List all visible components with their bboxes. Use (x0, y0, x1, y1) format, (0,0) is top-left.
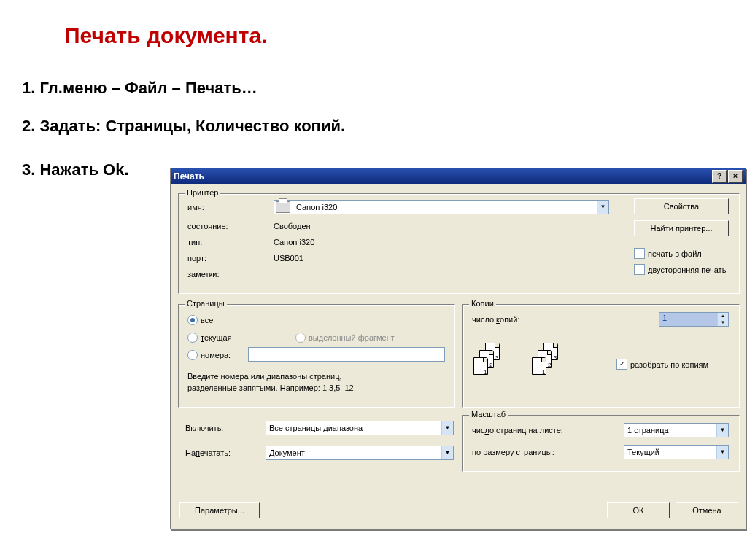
pages-all-radio[interactable]: все (187, 315, 213, 325)
chevron-down-icon: ▼ (597, 201, 608, 214)
pages-hint-2: разделенные запятыми. Например: 1,3,5–12 (187, 384, 354, 392)
pages-legend: Страницы (185, 299, 227, 308)
pages-per-sheet-select[interactable]: 1 страница▼ (624, 423, 729, 438)
chevron-down-icon: ▼ (441, 446, 453, 459)
pages-hint-1: Введите номера или диапазоны страниц, (187, 372, 342, 381)
printer-type-label: тип: (187, 238, 202, 246)
fit-to-page-label: по размеру страницы: (472, 448, 554, 456)
include-label: Включить: (185, 424, 223, 432)
collate-checkbox[interactable]: ✓разобрать по копиям (616, 359, 708, 370)
printer-notes-label: заметки: (187, 270, 220, 279)
print-what-label: Напечатать: (185, 448, 231, 457)
chevron-down-icon: ▼ (716, 446, 728, 459)
printer-name-label: имя: (187, 203, 204, 211)
copies-count-label: число копий: (472, 315, 519, 324)
dialog-titlebar[interactable]: Печать ? × (171, 168, 746, 184)
fit-to-page-select[interactable]: Текущий▼ (624, 445, 729, 459)
properties-button[interactable]: Свойства (634, 198, 729, 214)
duplex-checkbox[interactable]: двусторонняя печать (634, 264, 726, 275)
params-button[interactable]: Параметры... (179, 502, 260, 518)
dialog-title: Печать (174, 171, 204, 182)
help-button[interactable]: ? (712, 170, 727, 183)
close-button[interactable]: × (728, 170, 743, 183)
include-select[interactable]: Все страницы диапазона▼ (266, 421, 454, 435)
printer-name-select[interactable]: Canon i320▼ (274, 200, 609, 214)
printer-legend: Принтер (185, 188, 220, 197)
pages-selection-radio: выделенный фрагмент (295, 332, 395, 343)
cancel-button[interactable]: Отмена (676, 502, 738, 518)
pages-current-radio[interactable]: текущая (187, 332, 232, 343)
spin-down-icon[interactable]: ▼ (717, 319, 728, 326)
ok-button[interactable]: ОК (607, 502, 670, 518)
printer-status-label: состояние: (187, 222, 228, 230)
print-dialog: Печать ? × Принтер имя: Canon i320▼ Свой… (170, 168, 746, 529)
copies-count-input[interactable]: 1▲▼ (659, 312, 729, 327)
copies-group: Копии число копий: 1▲▼ 3 2 1 3 2 1 ✓разо… (462, 304, 740, 408)
printer-group: Принтер имя: Canon i320▼ Свойства Найти … (178, 193, 740, 294)
step-3: 3. Нажать Ok. (22, 160, 129, 179)
chevron-down-icon: ▼ (441, 421, 453, 435)
printer-status-value: Свободен (274, 222, 311, 230)
scale-group: Масштаб число страниц на листе: 1 страни… (462, 415, 740, 472)
print-to-file-checkbox[interactable]: печать в файл (634, 248, 702, 259)
printer-port-value: USB001 (274, 254, 303, 262)
scale-legend: Масштаб (469, 410, 508, 419)
pages-group: Страницы все текущая выделенный фрагмент… (178, 304, 455, 408)
find-printer-button[interactable]: Найти принтер... (634, 220, 729, 236)
step-2: 2. Задать: Страницы, Количество копий. (22, 117, 345, 136)
copies-legend: Копии (469, 299, 496, 308)
printer-icon (276, 201, 290, 213)
spin-up-icon[interactable]: ▲ (717, 313, 728, 319)
pages-numbers-radio[interactable]: номера: (187, 350, 231, 360)
page-title: Печать документа. (64, 23, 267, 48)
printer-type-value: Canon i320 (274, 238, 314, 246)
chevron-down-icon: ▼ (716, 424, 728, 437)
print-what-select[interactable]: Документ▼ (266, 446, 454, 460)
step-1: 1. Гл.меню – Файл – Печать… (22, 79, 258, 98)
pages-per-sheet-label: число страниц на листе: (472, 426, 563, 435)
pages-numbers-input[interactable] (248, 347, 445, 362)
printer-port-label: порт: (187, 254, 206, 262)
